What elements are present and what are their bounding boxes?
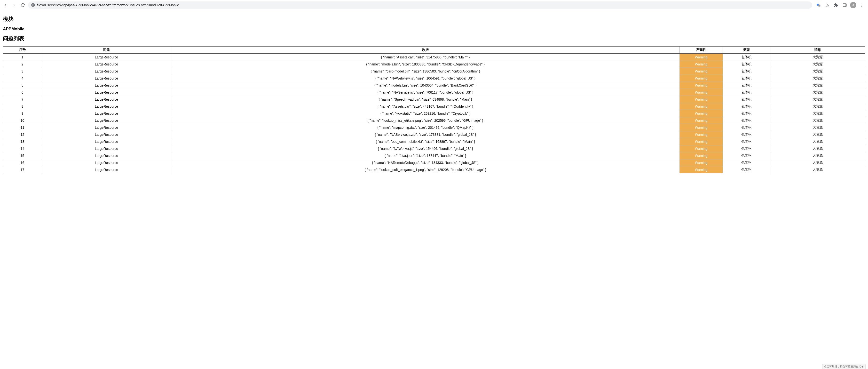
cell-message: 大资源	[770, 145, 865, 152]
cell-index: 8	[3, 103, 42, 110]
header-message: 消息	[770, 46, 865, 54]
cell-issue: LargeResource	[42, 68, 171, 75]
cell-message: 大资源	[770, 75, 865, 82]
cell-data: { "name": "Speech_vad.bin", "size": 6348…	[171, 96, 680, 103]
cell-index: 3	[3, 68, 42, 75]
svg-point-4	[826, 6, 826, 6]
table-row: 7LargeResource{ "name": "Speech_vad.bin"…	[3, 96, 865, 103]
address-bar[interactable]: file:///Users/Desktop/ipas/APPMobile/APP…	[28, 1, 812, 9]
extensions-icon[interactable]	[833, 2, 839, 8]
cell-index: 11	[3, 124, 42, 131]
table-row: 6LargeResource{ "name": "NAService.js", …	[3, 89, 865, 96]
cell-data: { "name": "mapconfig.dat", "size": 20149…	[171, 124, 680, 131]
cell-severity: Warning	[680, 159, 723, 166]
cell-issue: LargeResource	[42, 124, 171, 131]
cell-index: 5	[3, 82, 42, 89]
cell-severity: Warning	[680, 54, 723, 61]
cell-type: 包体积	[723, 68, 770, 75]
menu-icon[interactable]	[858, 2, 865, 8]
cell-message: 大资源	[770, 54, 865, 61]
cell-issue: LargeResource	[42, 61, 171, 68]
back-button[interactable]	[2, 2, 9, 8]
table-header-row: 序号 问题 数据 严重性 类型 消息	[3, 46, 865, 54]
forward-button[interactable]	[11, 2, 18, 8]
cell-issue: LargeResource	[42, 117, 171, 124]
cell-index: 15	[3, 152, 42, 159]
cell-type: 包体积	[723, 110, 770, 117]
header-type: 类型	[723, 46, 770, 54]
page-content: 模块 APPMobile 问题列表 序号 问题 数据 严重性 类型 消息 1La…	[0, 10, 868, 176]
cell-severity: Warning	[680, 145, 723, 152]
cell-issue: LargeResource	[42, 159, 171, 166]
cell-type: 包体积	[723, 138, 770, 145]
cell-message: 大资源	[770, 124, 865, 131]
cell-data: { "name": "star.json", "size": 137447, "…	[171, 152, 680, 159]
table-row: 10LargeResource{ "name": "lookup_miss_et…	[3, 117, 865, 124]
profile-avatar[interactable]: X	[850, 2, 856, 8]
cell-data: { "name": "models.bin", "size": 1043064,…	[171, 82, 680, 89]
cell-issue: LargeResource	[42, 152, 171, 159]
cell-type: 包体积	[723, 152, 770, 159]
table-row: 14LargeResource{ "name": "NAWorker.js", …	[3, 145, 865, 152]
cell-data: { "name": "NAService.js", "size": 706117…	[171, 89, 680, 96]
cell-message: 大资源	[770, 96, 865, 103]
cell-type: 包体积	[723, 54, 770, 61]
sidepanel-icon[interactable]	[841, 2, 848, 8]
cell-data: { "name": "NAService.js.zip", "size": 17…	[171, 131, 680, 138]
cell-data: { "name": "NAWorker.js", "size": 154496,…	[171, 145, 680, 152]
table-row: 13LargeResource{ "name": "ppd_com.mobile…	[3, 138, 865, 145]
cell-index: 12	[3, 131, 42, 138]
header-issue: 问题	[42, 46, 171, 54]
cell-index: 10	[3, 117, 42, 124]
cell-type: 包体积	[723, 61, 770, 68]
cell-type: 包体积	[723, 145, 770, 152]
cell-type: 包体积	[723, 82, 770, 89]
cell-severity: Warning	[680, 117, 723, 124]
cell-severity: Warning	[680, 75, 723, 82]
table-row: 5LargeResource{ "name": "models.bin", "s…	[3, 82, 865, 89]
cell-type: 包体积	[723, 124, 770, 131]
cell-data: { "name": "Assets.car", "size": 443167, …	[171, 103, 680, 110]
table-row: 8LargeResource{ "name": "Assets.car", "s…	[3, 103, 865, 110]
cell-index: 1	[3, 54, 42, 61]
url-text: file:///Users/Desktop/ipas/APPMobile/APP…	[37, 3, 809, 7]
cell-type: 包体积	[723, 159, 770, 166]
cell-issue: LargeResource	[42, 75, 171, 82]
reload-button[interactable]	[20, 2, 26, 8]
header-data: 数据	[171, 46, 680, 54]
header-index: 序号	[3, 46, 42, 54]
cell-issue: LargeResource	[42, 145, 171, 152]
translate-extension-icon[interactable]	[815, 2, 822, 8]
cell-message: 大资源	[770, 103, 865, 110]
cell-type: 包体积	[723, 89, 770, 96]
cell-data: { "name": "NARemoteDebug.js", "size": 13…	[171, 159, 680, 166]
cell-type: 包体积	[723, 75, 770, 82]
table-row: 17LargeResource{ "name": "lookup_soft_el…	[3, 166, 865, 173]
cell-issue: LargeResource	[42, 166, 171, 173]
browser-toolbar: file:///Users/Desktop/ipas/APPMobile/APP…	[0, 0, 868, 10]
cell-message: 大资源	[770, 166, 865, 173]
cell-message: 大资源	[770, 117, 865, 124]
table-row: 12LargeResource{ "name": "NAService.js.z…	[3, 131, 865, 138]
svg-rect-5	[843, 4, 846, 6]
globe-icon	[31, 3, 35, 7]
section-module-title: 模块	[3, 16, 865, 23]
cell-severity: Warning	[680, 131, 723, 138]
cell-index: 13	[3, 138, 42, 145]
cell-type: 包体积	[723, 166, 770, 173]
cell-type: 包体积	[723, 117, 770, 124]
table-row: 4LargeResource{ "name": "NAWebview.js", …	[3, 75, 865, 82]
table-row: 15LargeResource{ "name": "star.json", "s…	[3, 152, 865, 159]
rss-extension-icon[interactable]	[824, 2, 831, 8]
header-severity: 严重性	[680, 46, 723, 54]
cell-index: 2	[3, 61, 42, 68]
module-name: APPMobile	[3, 27, 865, 32]
toolbar-right: X	[814, 2, 866, 8]
cell-data: { "name": "models.bin", "size": 1830336,…	[171, 61, 680, 68]
cell-index: 16	[3, 159, 42, 166]
cell-severity: Warning	[680, 124, 723, 131]
cell-message: 大资源	[770, 68, 865, 75]
cell-type: 包体积	[723, 131, 770, 138]
cell-type: 包体积	[723, 96, 770, 103]
cell-issue: LargeResource	[42, 54, 171, 61]
